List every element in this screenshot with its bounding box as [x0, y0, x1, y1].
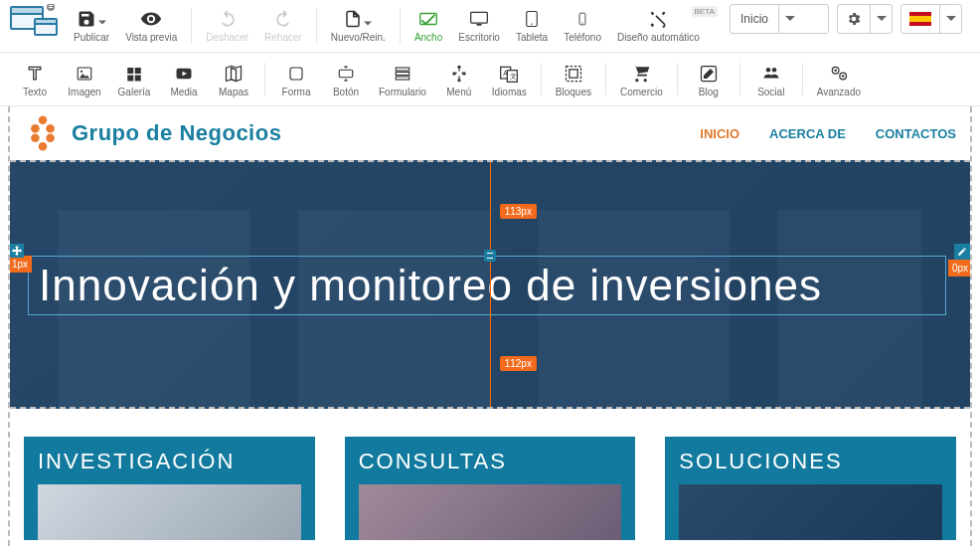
settings-dropdown[interactable]	[837, 4, 893, 34]
divider	[605, 63, 606, 95]
button-tool[interactable]: Botón	[321, 59, 371, 99]
nav-about[interactable]: ACERCA DE	[769, 126, 846, 141]
card-title: CONSULTAS	[359, 449, 622, 474]
tablet-label: Tableta	[516, 32, 548, 43]
card-solutions[interactable]: SOLUCIONES	[665, 437, 956, 540]
text-label: Texto	[23, 87, 47, 97]
eye-icon	[140, 6, 162, 32]
features-row: INVESTIGACIÓN CONSULTAS SOLUCIONES	[10, 409, 970, 540]
maps-tool[interactable]: Mapas	[209, 59, 258, 99]
publish-button[interactable]: Publicar	[66, 4, 117, 45]
publish-label: Publicar	[74, 32, 109, 43]
menu-icon	[449, 61, 469, 87]
brand[interactable]: Grupo de Negocios	[24, 114, 281, 152]
svg-point-15	[581, 23, 582, 24]
width-button[interactable]: Ancho	[407, 4, 450, 45]
phone-label: Teléfono	[564, 32, 601, 43]
advanced-label: Avanzado	[817, 87, 861, 97]
site-header[interactable]: Grupo de Negocios INICIO ACERCA DE CONTA…	[10, 106, 970, 160]
ruler-bottom-label: 112px	[500, 356, 537, 371]
page-selector-label: Inicio	[731, 12, 778, 26]
desktop-icon	[468, 6, 490, 32]
media-tool[interactable]: Media	[159, 59, 209, 99]
gallery-icon	[124, 61, 144, 87]
site-icon	[10, 4, 66, 48]
svg-rect-20	[127, 76, 133, 82]
image-label: Imagen	[68, 87, 100, 97]
maps-icon	[224, 61, 244, 87]
image-icon	[75, 61, 94, 87]
svg-rect-1	[12, 8, 42, 13]
svg-point-48	[31, 133, 40, 142]
social-tool[interactable]: Social	[746, 59, 796, 99]
redo-icon	[273, 6, 293, 32]
advanced-tool[interactable]: Avanzado	[809, 59, 869, 99]
commerce-tool[interactable]: Comercio	[612, 59, 671, 99]
gallery-tool[interactable]: Galería	[109, 59, 159, 99]
media-icon	[173, 61, 195, 87]
divider	[802, 63, 803, 95]
svg-point-47	[46, 124, 55, 133]
commerce-label: Comercio	[620, 87, 663, 97]
card-thumb	[359, 484, 622, 540]
text-icon	[25, 61, 45, 87]
blocks-label: Bloques	[556, 87, 591, 97]
svg-rect-21	[135, 76, 141, 82]
media-label: Media	[170, 87, 197, 97]
phone-button[interactable]: Teléfono	[556, 4, 609, 45]
languages-label: Idiomas	[492, 87, 527, 97]
svg-point-49	[46, 133, 55, 142]
tablet-button[interactable]: Tableta	[508, 4, 556, 45]
offset-left-badge: 1px	[10, 256, 32, 273]
button-icon	[335, 61, 357, 87]
social-icon	[760, 61, 782, 87]
undo-button[interactable]: Deshacer	[198, 4, 256, 45]
svg-rect-37	[570, 70, 577, 78]
preview-button[interactable]: Vista previa	[117, 4, 185, 45]
blog-tool[interactable]: Blog	[684, 59, 734, 99]
wand-icon	[648, 6, 668, 32]
menu-tool[interactable]: Menú	[434, 59, 484, 99]
card-consults[interactable]: CONSULTAS	[345, 437, 636, 540]
document-icon	[344, 6, 372, 32]
move-handle-icon[interactable]	[10, 244, 24, 258]
nav-home[interactable]: INICIO	[700, 126, 739, 141]
blocks-tool[interactable]: Bloques	[548, 59, 599, 99]
new-reset-label: Nuevo/Rein.	[331, 32, 386, 43]
hero-title-element[interactable]: Innovación y monitoreo de inversiones	[28, 256, 946, 315]
shape-tool[interactable]: Forma	[271, 59, 321, 99]
form-tool[interactable]: Formulario	[371, 59, 434, 99]
redo-button[interactable]: Rehacer	[256, 4, 310, 45]
svg-rect-4	[36, 20, 56, 23]
logo-icon	[24, 114, 62, 152]
text-tool[interactable]: Texto	[10, 59, 60, 99]
svg-rect-8	[49, 7, 53, 8]
save-icon	[77, 6, 106, 32]
svg-rect-25	[396, 68, 409, 71]
svg-point-31	[457, 79, 460, 82]
auto-design-button[interactable]: Diseño automático BETA	[609, 4, 708, 45]
new-reset-button[interactable]: Nuevo/Rein.	[323, 4, 394, 45]
svg-rect-36	[566, 67, 580, 82]
menu-label: Menú	[446, 87, 471, 97]
divider	[541, 63, 542, 95]
image-tool[interactable]: Imagen	[60, 59, 109, 99]
card-title: INVESTIGACIÓN	[38, 449, 301, 474]
hero-section[interactable]: 113px 112px 1px 0px Innovación y monitor…	[10, 160, 970, 409]
form-label: Formulario	[379, 87, 426, 97]
edit-handle-icon[interactable]	[954, 244, 970, 260]
svg-point-28	[457, 66, 460, 69]
svg-point-40	[772, 68, 777, 73]
language-dropdown[interactable]	[900, 4, 962, 34]
desktop-button[interactable]: Escritorio	[450, 4, 508, 45]
page-selector[interactable]: Inicio	[730, 4, 829, 34]
languages-tool[interactable]: A文 Idiomas	[484, 59, 535, 99]
nav-contacts[interactable]: CONTACTOS	[876, 126, 956, 141]
gears-icon	[828, 61, 850, 87]
svg-rect-24	[339, 70, 353, 78]
svg-rect-27	[396, 77, 409, 80]
divider	[400, 8, 401, 44]
resize-handle[interactable]	[484, 250, 496, 262]
width-icon	[417, 6, 439, 32]
card-investigation[interactable]: INVESTIGACIÓN	[24, 437, 315, 540]
